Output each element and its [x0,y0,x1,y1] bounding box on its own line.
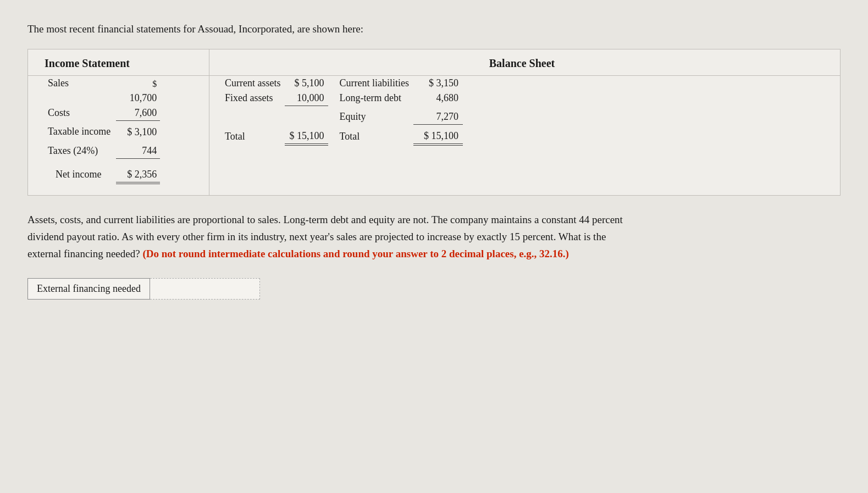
income-sales-label2 [45,91,116,106]
income-table: Sales $ 10,700 Costs 7,600 Taxable incom… [45,76,160,184]
income-costs-label: Costs [45,106,116,121]
income-dollar-sign: $ [116,76,160,91]
table-row: Total $ 15,100 Total $ 15,100 [220,125,463,145]
bal-total-liab-label: Total [328,125,413,145]
income-taxes-label: Taxes (24%) [45,140,116,159]
bal-equity-value: 7,270 [413,106,463,125]
income-statement-title: Income Statement [28,49,209,75]
income-costs-value: 7,600 [116,106,160,121]
bal-current-liab-label: Current liabilities [328,76,413,91]
description-highlight: (Do not round intermediate calculations … [142,248,569,259]
bal-fixed-assets-value: 10,000 [285,91,328,106]
income-netincome-value: $ 2,356 [116,158,160,183]
bal-current-liab-value: $ 3,150 [413,76,463,91]
table-row: Costs 7,600 [45,106,160,121]
bal-total-assets-label: Total [220,125,285,145]
bal-fixed-assets-label: Fixed assets [220,91,285,106]
table-row: Fixed assets 10,000 Long-term debt 4,680 [220,91,463,106]
statements-header: Income Statement Balance Sheet [28,49,840,76]
income-taxable-label: Taxable income [45,120,116,140]
table-row: Net income $ 2,356 [45,158,160,183]
income-taxes-value: 744 [116,140,160,159]
income-netincome-label: Net income [45,158,116,183]
bal-longterm-value: 4,680 [413,91,463,106]
table-row: Taxable income $ 3,100 [45,120,160,140]
financial-statements-container: Income Statement Balance Sheet Sales $ 1… [27,49,841,196]
income-sales-label: Sales [45,76,116,91]
income-sales-value: 10,700 [116,91,160,106]
answer-input-row: External financing needed [27,278,841,300]
balance-sheet-body: Current assets $ 5,100 Current liabiliti… [209,76,840,195]
bal-total-liab-value: $ 15,100 [413,125,463,145]
table-row: Current assets $ 5,100 Current liabiliti… [220,76,463,91]
table-row: Equity 7,270 [220,106,463,125]
balance-table: Current assets $ 5,100 Current liabiliti… [220,76,463,146]
bal-longterm-label: Long-term debt [328,91,413,106]
intro-text: The most recent financial statements for… [27,22,841,37]
table-row: Taxes (24%) 744 [45,140,160,159]
external-financing-input[interactable] [150,278,260,300]
input-label: External financing needed [27,278,150,300]
statements-body: Sales $ 10,700 Costs 7,600 Taxable incom… [28,76,840,195]
bal-empty1 [220,106,285,125]
table-row: Sales $ [45,76,160,91]
bal-empty2 [285,106,328,125]
bal-current-assets-label: Current assets [220,76,285,91]
balance-sheet-title: Balance Sheet [209,49,840,75]
income-statement-body: Sales $ 10,700 Costs 7,600 Taxable incom… [28,76,209,195]
bal-equity-label: Equity [328,106,413,125]
bal-current-assets-value: $ 5,100 [285,76,328,91]
table-row: 10,700 [45,91,160,106]
bal-total-assets-value: $ 15,100 [285,125,328,145]
description-paragraph: Assets, costs, and current liabilities a… [27,211,632,263]
income-taxable-value: $ 3,100 [116,120,160,140]
